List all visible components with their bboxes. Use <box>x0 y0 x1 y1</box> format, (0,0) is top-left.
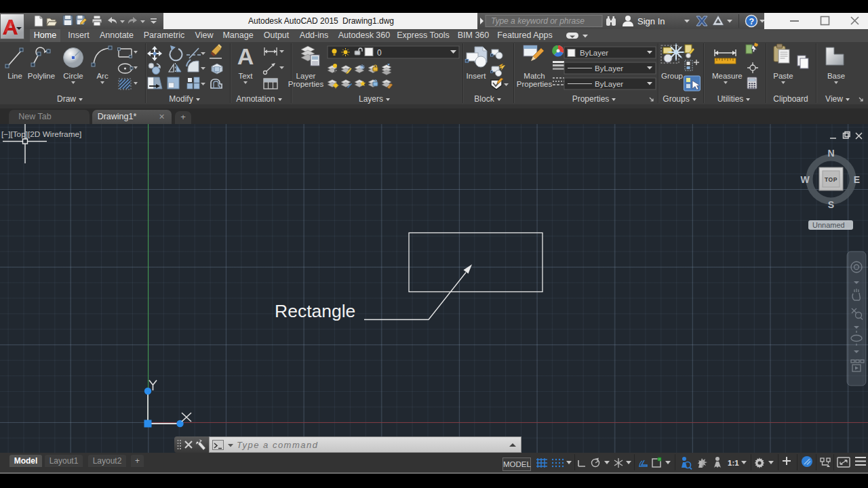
svg-text:S: S <box>828 199 834 210</box>
svg-text:0: 0 <box>377 48 382 58</box>
svg-text:Unnamed: Unnamed <box>812 221 845 229</box>
svg-text:N: N <box>827 148 834 159</box>
svg-text:1:1: 1:1 <box>728 459 739 467</box>
svg-text:ByLayer: ByLayer <box>595 64 623 73</box>
svg-text:ByLayer: ByLayer <box>580 49 608 57</box>
svg-text:TOP: TOP <box>825 176 837 183</box>
svg-text:ByLayer: ByLayer <box>595 80 623 88</box>
svg-text:E: E <box>854 174 860 185</box>
svg-text:W: W <box>800 174 810 185</box>
svg-text:[−][Top][2D Wireframe]: [−][Top][2D Wireframe] <box>1 129 81 139</box>
svg-text:Type a keyword or phrase: Type a keyword or phrase <box>491 16 585 26</box>
svg-text:Sign In: Sign In <box>637 16 665 26</box>
svg-text:?: ? <box>749 17 755 26</box>
